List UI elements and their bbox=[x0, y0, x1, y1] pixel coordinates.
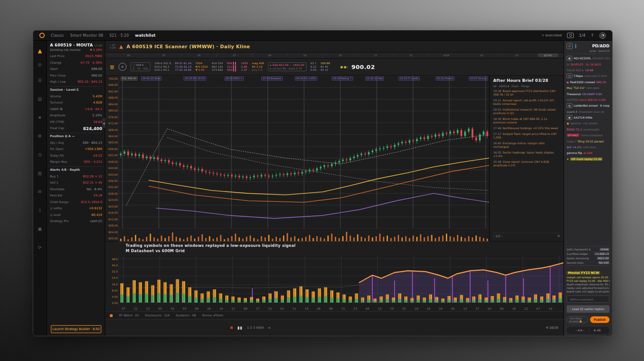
quote-row[interactable]: High / Low903.10 · 845.15 bbox=[50, 79, 102, 85]
quote-row[interactable]: Prev Close900.02 bbox=[50, 73, 102, 79]
layout-icon[interactable]: ▥ bbox=[33, 164, 46, 182]
quote-row[interactable]: VWAP 帯+4.8 · 04.2 bbox=[50, 106, 102, 113]
quote-row[interactable]: Strategy Procard (2) bbox=[50, 218, 102, 225]
quote-row[interactable]: Change-47.72 · 5.30% bbox=[50, 60, 102, 66]
news-item[interactable]: 18:55Institutional research: 46 funds ra… bbox=[493, 108, 560, 115]
board-row[interactable]: gamma flipat 884 bbox=[567, 150, 610, 156]
indicator-block[interactable]: 618 554882 140373 664 bbox=[212, 62, 223, 71]
quote-row[interactable]: Turnover4.82B bbox=[50, 100, 102, 106]
news-tabs[interactable]: All · 600519 · Flash · Filings bbox=[493, 84, 560, 88]
screenshot-icon[interactable] bbox=[567, 33, 574, 38]
comment-input[interactable] bbox=[569, 297, 607, 301]
quote-row[interactable]: Margin Req50% · 4,215 bbox=[50, 159, 102, 165]
target-icon[interactable]: ◎ bbox=[33, 58, 46, 71]
indicator-block[interactable]: ⬚ 049 ▾5 · 15 · 42a bbox=[130, 62, 150, 71]
news-item[interactable]: 17:46Northbound holdings +0.32% this wee… bbox=[493, 127, 560, 130]
indicator-block[interactable]: 88.01 61.2473.40 92.1377.52 18.90 bbox=[175, 62, 192, 71]
strategy-builder-button[interactable]: Launch Strategy Builder · 8.02 bbox=[51, 325, 101, 333]
quote-row[interactable]: ShortableYes · 8.4% bbox=[50, 186, 102, 193]
download-icon[interactable]: ⇩ bbox=[33, 201, 46, 219]
status-item[interactable]: Guidance · AB bbox=[176, 314, 196, 317]
board-row[interactable]: ✦VIP room replay 21:00 bbox=[567, 156, 610, 162]
quote-row[interactable]: Buy 1852.28 × 12 bbox=[50, 173, 102, 180]
news-item[interactable]: 18:30Block trade at CNY 898.00, 2.1x pre… bbox=[493, 117, 560, 124]
clock-icon[interactable]: ◷ bbox=[33, 145, 46, 164]
upload-icon[interactable]: ↑ bbox=[590, 33, 594, 38]
time-ruler[interactable]: 04050607080910111220240203▤ 580 bbox=[105, 53, 564, 58]
status-item[interactable]: Disclosures · 124 bbox=[145, 314, 170, 317]
news-refresh-icon[interactable]: ⟳ bbox=[557, 234, 560, 238]
board-row[interactable]: ThesaurusCN-SWAP 0.84 bbox=[567, 91, 610, 96]
panel-icon[interactable]: ▣ bbox=[33, 219, 46, 238]
news-item[interactable]: 19:38Board approves FY23 distribution CN… bbox=[493, 89, 560, 96]
quote-row[interactable]: ◎ avail80,410 bbox=[50, 212, 102, 219]
grid-icon[interactable]: ▤ bbox=[33, 89, 46, 108]
news-item[interactable]: 17:12Analyst flash: target price lifted … bbox=[493, 132, 560, 139]
board-row[interactable]: ▣4Q+GC2O5LUSLAGO 2014B bbox=[567, 55, 610, 61]
indicator-block[interactable]: 248.6 301.8624.0 98.3519.2 44.1 bbox=[154, 62, 171, 71]
quote-row[interactable]: Float Cap824,400 bbox=[50, 125, 102, 132]
board-row[interactable]: ◉watcher +62 joined bbox=[567, 120, 610, 126]
indicator-block[interactable]: ▸ 52w 812.50 — 1910.00▸ vol pct 86 · bet… bbox=[268, 62, 307, 71]
board-row[interactable]: ΔOI +4.2%calls lead bbox=[567, 144, 610, 150]
board-row[interactable]: ◫T-Repoovernight 2.05% bbox=[567, 73, 610, 79]
news-item[interactable]: 19:21Annual report: net profit +19.2% Yo… bbox=[493, 99, 560, 106]
stop-button[interactable]: ◼ bbox=[230, 326, 233, 330]
quote-row[interactable]: P/E (TTM)28.64 bbox=[50, 119, 102, 126]
target-icon[interactable]: ✛ bbox=[119, 63, 126, 71]
publish-button[interactable]: Publish bbox=[590, 316, 610, 323]
quote-row[interactable]: Amplitude2.10% bbox=[50, 112, 102, 119]
quote-row[interactable]: Last Price0523.7800 bbox=[50, 53, 102, 60]
comment-input-wrap[interactable] bbox=[567, 296, 610, 303]
star-icon[interactable]: ★ bbox=[33, 108, 46, 127]
account-logo-icon[interactable]: ◔ bbox=[599, 32, 606, 39]
menu-item[interactable]: Classic bbox=[51, 34, 64, 38]
menu-item[interactable]: S21 · 5:20 bbox=[109, 34, 129, 38]
quote-row[interactable]: ◎ settle+0.8132 bbox=[50, 205, 102, 212]
news-pager[interactable]: ‹ 1/2 › bbox=[493, 234, 502, 238]
board-row[interactable]: ◆Peak5000 crossed900.10 bbox=[567, 79, 610, 85]
active-tab[interactable]: watchlist bbox=[135, 33, 155, 38]
collapse-sidebar-handle[interactable]: ◀ bbox=[102, 118, 105, 128]
indicator-block[interactable]: 14350.982.47 bbox=[241, 62, 248, 71]
status-item[interactable]: Renew uPDate bbox=[202, 314, 223, 317]
layers-icon[interactable]: ≣ bbox=[110, 64, 115, 70]
news-item[interactable]: 15:48Close report: turnover CNY 4.82B, a… bbox=[493, 160, 560, 167]
associated-link[interactable]: + associated bbox=[541, 34, 562, 37]
quote-row[interactable]: 52wk Range812.5–1910.0 bbox=[50, 199, 102, 206]
indicator-block[interactable]: 7034B/S 1520▼ 0.84 bbox=[196, 62, 208, 71]
board-row[interactable]: May 'TLK 4.0'rolls open bbox=[567, 85, 610, 91]
board-row[interactable]: GIBLKRS25 · SL 54.8025 bbox=[567, 61, 610, 67]
quote-row[interactable]: Sell 1852.31 × 45 bbox=[50, 180, 102, 186]
pause-button[interactable]: ▮▮ bbox=[238, 326, 243, 330]
quote-row[interactable]: Volume5.42M bbox=[50, 93, 102, 100]
menu-item[interactable]: Smart Monitor 08 bbox=[70, 34, 104, 38]
quote-row[interactable]: Fees Est24.18 bbox=[50, 192, 102, 199]
mail-icon[interactable]: ✉ bbox=[33, 182, 46, 201]
load-earlier-button[interactable]: Load 32 earlier replies bbox=[567, 305, 610, 313]
refresh-icon[interactable]: ⟳ bbox=[33, 238, 46, 257]
news-item[interactable]: 16:05Sector heatmap: liquor leads staple… bbox=[493, 151, 560, 158]
indicator-block[interactable]: 43.78.120.44 bbox=[310, 62, 317, 71]
indicator-block[interactable]: 159 8882 4544 12 bbox=[320, 62, 330, 71]
candlestick-chart[interactable]: EQL 698.0004-28 Q1 Beat05-30 Div 25.9106… bbox=[119, 76, 489, 241]
main-chart-canvas[interactable] bbox=[119, 76, 489, 229]
indicator-block[interactable]: mag 40884 2.19proj 4.4 bbox=[252, 62, 264, 71]
page-numbers[interactable]: 1 2 3 4564 bbox=[247, 326, 264, 330]
quote-row[interactable]: Open898.00 bbox=[50, 66, 102, 73]
board-row[interactable]: SP-HALTnone scheduled bbox=[567, 132, 610, 138]
triangle-logo-icon[interactable]: ▲ bbox=[33, 44, 46, 58]
quote-row[interactable]: Today P/L-24.52 bbox=[50, 153, 102, 159]
quote-row[interactable]: Qty / Avg400 · 604.13 bbox=[50, 140, 102, 146]
board-row[interactable]: ▣AA27LN 040a bbox=[567, 115, 610, 120]
board-row[interactable]: ▥LadderBot armed · 8 rungs bbox=[567, 103, 610, 108]
board-row[interactable]: news-7filing 19:32 parsed bbox=[567, 138, 610, 144]
board-pager[interactable]: ‹ 4/4 › bbox=[575, 329, 584, 332]
news-item[interactable]: 16:40Exchange notice: margin ratio uncha… bbox=[493, 142, 560, 149]
board-row[interactable]: SOLID KV2 ▸+0.44 bbox=[567, 67, 610, 73]
turnover-chart[interactable]: 0722130518030926142108172502111928061523… bbox=[119, 256, 564, 311]
density-pill[interactable]: ▤ 580 bbox=[538, 54, 558, 57]
indicator-block[interactable]: 905 ▍▍211 ▍▍450 ▍▍ bbox=[227, 62, 237, 71]
step-back-button[interactable]: ◂ bbox=[268, 326, 270, 330]
status-item[interactable]: RT Watch · 03 bbox=[119, 314, 139, 317]
